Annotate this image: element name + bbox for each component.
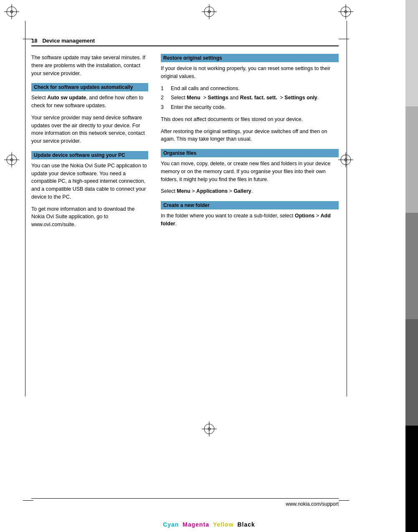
restore-body1: This does not affect documents or files … [161, 116, 339, 124]
right-column: Restore original settings If your device… [161, 54, 339, 233]
crosshair-middle-left [4, 152, 19, 167]
restore-steps-list: 1 End all calls and connections. 2 Selec… [161, 85, 339, 111]
list-item: 1 End all calls and connections. [161, 85, 339, 93]
section-new-folder-heading: Create a new folder [161, 201, 339, 209]
two-column-layout: The software update may take several min… [31, 54, 339, 233]
black-label: Black [237, 521, 255, 528]
page-footer: www.nokia.com/support [31, 498, 339, 507]
color-bar-darker-gray [405, 319, 418, 426]
organise-select: Select Menu > Applications > Gallery. [161, 187, 339, 195]
cyan-label: Cyan [163, 521, 179, 528]
main-content: 18 Device management The software update… [31, 38, 339, 490]
color-bar-black [405, 426, 418, 532]
crosshair-top-right [338, 4, 353, 19]
yellow-label: Yellow [213, 521, 234, 528]
side-color-bars [405, 0, 418, 532]
page-header: 18 Device management [31, 38, 339, 46]
new-folder-body: In the folder where you want to create a… [161, 212, 339, 228]
crosshair-top-left [4, 4, 19, 19]
section2-body: Your service provider may send device so… [31, 114, 148, 145]
color-bar-gray [405, 106, 418, 213]
footer-url: www.nokia.com/support [286, 501, 339, 507]
cmyk-strip: Cyan Magenta Yellow Black [163, 521, 255, 528]
color-bar-dark-gray [405, 213, 418, 319]
page-container: 18 Device management The software update… [0, 0, 418, 532]
left-border [25, 21, 25, 396]
color-bar-light-gray [405, 0, 418, 106]
section-restore-heading: Restore original settings [161, 54, 339, 62]
right-border [347, 21, 347, 396]
page-title: Device management [42, 38, 95, 44]
organise-body: You can move, copy, delete, or create ne… [161, 160, 339, 183]
section3-body: You can use the Nokia Ovi Suite PC appli… [31, 162, 148, 201]
crosshair-middle-right [338, 152, 353, 167]
page-number: 18 [31, 38, 37, 44]
section-organise-heading: Organise files [161, 149, 339, 157]
section-update-pc-heading: Update device software using your PC [31, 151, 148, 159]
edge-rule-bottom-right [339, 500, 349, 501]
list-item: 2 Select Menu > Settings and Rest. fact.… [161, 94, 339, 102]
restore-body2: After restoring the original settings, y… [161, 128, 339, 144]
edge-rule-top-right [339, 39, 349, 39]
crosshair-top-center [202, 4, 217, 19]
section-check-updates-heading: Check for software updates automatically [31, 83, 148, 91]
restore-intro: If your device is not working properly, … [161, 65, 339, 81]
left-intro: The software update may take several min… [31, 54, 148, 77]
magenta-label: Magenta [182, 521, 209, 528]
section4-body: To get more information and to download … [31, 205, 148, 229]
left-column: The software update may take several min… [31, 54, 148, 233]
list-item: 3 Enter the security code. [161, 103, 339, 111]
section1-body: Select Auto sw update, and define how of… [31, 94, 148, 110]
